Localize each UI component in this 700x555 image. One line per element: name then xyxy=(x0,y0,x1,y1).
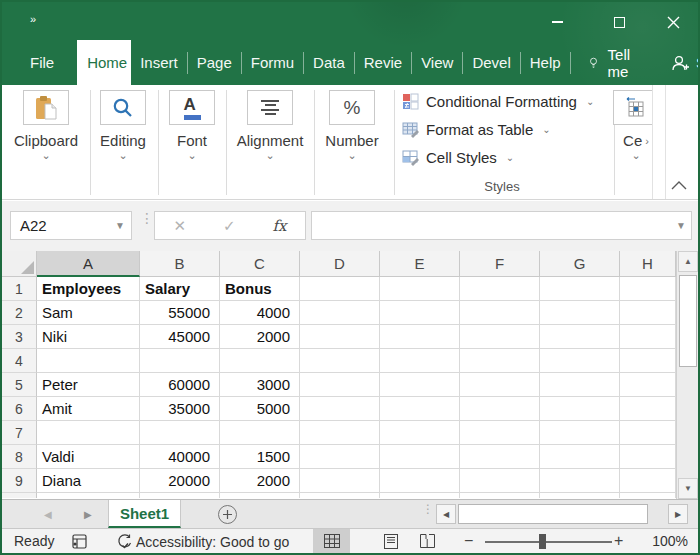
ribbon-group-font[interactable]: AFont⌄ xyxy=(164,90,220,160)
expand-formula-bar-icon[interactable]: ▼ xyxy=(671,220,691,231)
row-header-6[interactable]: 6 xyxy=(2,397,37,421)
cell-A6[interactable]: Amit xyxy=(37,397,140,421)
scroll-down-icon[interactable]: ▼ xyxy=(678,478,698,499)
zoom-slider-thumb[interactable] xyxy=(539,534,546,549)
cell-H2[interactable] xyxy=(620,301,676,325)
cell-B6[interactable]: 35000 xyxy=(140,397,220,421)
scroll-up-icon[interactable]: ▲ xyxy=(678,251,698,272)
column-header-F[interactable]: F xyxy=(460,251,540,277)
cell-E2[interactable] xyxy=(380,301,460,325)
tab-page[interactable]: Page xyxy=(188,40,241,85)
cell-A1[interactable]: Employees xyxy=(37,277,140,301)
ribbon-group-editing[interactable]: Editing⌄ xyxy=(93,90,153,160)
cell-C6[interactable]: 5000 xyxy=(220,397,300,421)
cell-F3[interactable] xyxy=(460,325,540,349)
cell-F2[interactable] xyxy=(460,301,540,325)
select-all-corner[interactable] xyxy=(2,251,37,277)
cells-group[interactable]: Ce › ⌄ xyxy=(616,90,656,160)
new-sheet-button[interactable] xyxy=(218,505,237,524)
minimize-button[interactable] xyxy=(534,10,580,34)
sheet-tab-sheet1[interactable]: Sheet1 xyxy=(108,500,181,528)
cell-H5[interactable] xyxy=(620,373,676,397)
cell-C7[interactable] xyxy=(220,421,300,445)
cell-B5[interactable]: 60000 xyxy=(140,373,220,397)
cell-C5[interactable]: 3000 xyxy=(220,373,300,397)
cell-F6[interactable] xyxy=(460,397,540,421)
cell-C8[interactable]: 1500 xyxy=(220,445,300,469)
horizontal-scrollbar[interactable]: ◀ ▶ xyxy=(436,504,688,524)
cell-styles-button[interactable]: Cell Styles ⌄ xyxy=(402,143,617,171)
column-header-A[interactable]: A xyxy=(37,251,140,277)
cell-B4[interactable] xyxy=(140,349,220,373)
cell-G3[interactable] xyxy=(540,325,620,349)
cell-B2[interactable]: 55000 xyxy=(140,301,220,325)
row-header-10[interactable] xyxy=(2,493,37,498)
cell-H4[interactable] xyxy=(620,349,676,373)
cell-D1[interactable] xyxy=(300,277,380,301)
next-sheet-icon[interactable]: ▶ xyxy=(84,500,92,528)
horizontal-scroll-thumb[interactable] xyxy=(458,504,648,524)
row-header-3[interactable]: 3 xyxy=(2,325,37,349)
vertical-scrollbar[interactable]: ▲ ▼ xyxy=(676,251,698,499)
cell-D10[interactable] xyxy=(300,493,380,498)
cell-D3[interactable] xyxy=(300,325,380,349)
scroll-left-icon[interactable]: ◀ xyxy=(436,504,456,524)
cell-H6[interactable] xyxy=(620,397,676,421)
cell-G4[interactable] xyxy=(540,349,620,373)
tab-home[interactable]: Home xyxy=(77,40,131,85)
cell-E7[interactable] xyxy=(380,421,460,445)
cell-B10[interactable] xyxy=(140,493,220,498)
macro-record-icon[interactable] xyxy=(72,534,87,552)
row-header-7[interactable]: 7 xyxy=(2,421,37,445)
tab-insert[interactable]: Insert xyxy=(131,40,187,85)
cell-G5[interactable] xyxy=(540,373,620,397)
cell-F1[interactable] xyxy=(460,277,540,301)
insert-function-icon[interactable]: fx xyxy=(273,217,287,235)
cell-A8[interactable]: Valdi xyxy=(37,445,140,469)
cell-C9[interactable]: 2000 xyxy=(220,469,300,493)
cell-E1[interactable] xyxy=(380,277,460,301)
cell-D6[interactable] xyxy=(300,397,380,421)
tab-help[interactable]: Help xyxy=(521,40,570,85)
maximize-button[interactable] xyxy=(596,10,642,34)
zoom-level[interactable]: 100% xyxy=(640,533,688,549)
tab-data[interactable]: Data xyxy=(304,40,354,85)
name-box-dropdown-icon[interactable]: ▼ xyxy=(109,220,131,231)
scroll-right-icon[interactable]: ▶ xyxy=(668,504,688,524)
ribbon-group-clipboard[interactable]: Clipboard⌄ xyxy=(11,90,81,160)
cell-G8[interactable] xyxy=(540,445,620,469)
column-header-E[interactable]: E xyxy=(380,251,460,277)
cell-E9[interactable] xyxy=(380,469,460,493)
cell-E4[interactable] xyxy=(380,349,460,373)
cell-B7[interactable] xyxy=(140,421,220,445)
vertical-scroll-thumb[interactable] xyxy=(679,275,697,367)
cell-D2[interactable] xyxy=(300,301,380,325)
cell-E5[interactable] xyxy=(380,373,460,397)
column-header-B[interactable]: B xyxy=(140,251,220,277)
quick-access-expand-icon[interactable]: » xyxy=(30,13,34,25)
row-header-9[interactable]: 9 xyxy=(2,469,37,493)
cell-H10[interactable] xyxy=(620,493,676,498)
cell-H3[interactable] xyxy=(620,325,676,349)
cell-C1[interactable]: Bonus xyxy=(220,277,300,301)
ribbon-group-number[interactable]: %Number⌄ xyxy=(321,90,383,160)
formula-bar-grip-icon[interactable]: ⋮ xyxy=(140,215,154,222)
share-button[interactable]: Share xyxy=(670,40,700,85)
cell-A10[interactable] xyxy=(37,493,140,498)
previous-sheet-icon[interactable]: ◀ xyxy=(44,500,52,528)
cell-F10[interactable] xyxy=(460,493,540,498)
close-button[interactable] xyxy=(650,10,696,34)
formula-input[interactable]: ▼ xyxy=(311,211,692,240)
row-header-8[interactable]: 8 xyxy=(2,445,37,469)
cell-F5[interactable] xyxy=(460,373,540,397)
cell-F4[interactable] xyxy=(460,349,540,373)
cell-A7[interactable] xyxy=(37,421,140,445)
cell-A5[interactable]: Peter xyxy=(37,373,140,397)
cell-B8[interactable]: 40000 xyxy=(140,445,220,469)
row-header-5[interactable]: 5 xyxy=(2,373,37,397)
name-box[interactable]: A22 ▼ xyxy=(10,211,132,240)
zoom-in-button[interactable]: + xyxy=(614,532,623,550)
cell-E3[interactable] xyxy=(380,325,460,349)
column-header-D[interactable]: D xyxy=(300,251,380,277)
column-header-C[interactable]: C xyxy=(220,251,300,277)
